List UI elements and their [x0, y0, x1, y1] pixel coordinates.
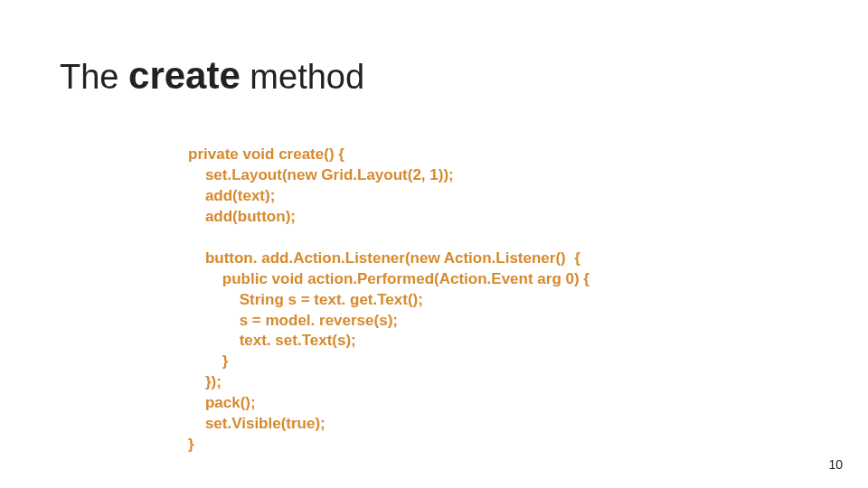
page-number: 10 — [828, 457, 843, 472]
title-suffix: method — [241, 58, 364, 96]
title-prefix: The — [60, 58, 128, 96]
slide-title: The create method — [60, 54, 364, 98]
title-emph: create — [128, 54, 241, 97]
code-block: private void create() { set.Layout(new G… — [188, 145, 590, 455]
